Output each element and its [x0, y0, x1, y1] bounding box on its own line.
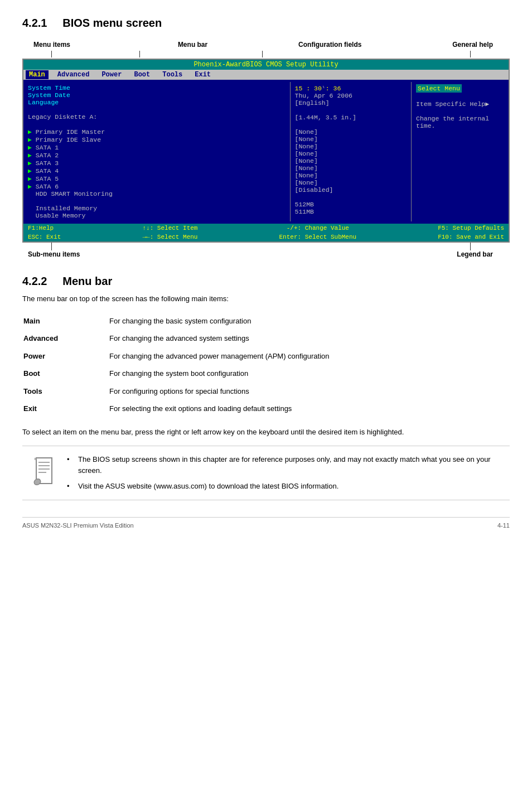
- bios-val-sata1: [None]: [295, 143, 407, 150]
- bios-menu-exit[interactable]: Exit: [191, 70, 214, 79]
- bios-val-sata2: [None]: [295, 150, 407, 157]
- bios-item-system-date: System Date: [28, 91, 286, 99]
- bios-item-primary-master: ▶ Primary IDE Master: [28, 128, 286, 136]
- menu-desc-tools: For configuring options for special func…: [100, 383, 510, 400]
- bios-val-pri-master: [None]: [295, 128, 407, 136]
- label-menu-items: Menu items: [33, 41, 70, 49]
- label-menu-bar: Menu bar: [178, 41, 207, 49]
- section-421: 4.2.1 BIOS menu screen Menu items Menu b…: [22, 17, 510, 258]
- bios-item-sata6: ▶ SATA 6: [28, 182, 286, 190]
- bios-help-item-specific: Item Specific Help▶: [416, 100, 504, 108]
- note-text-2: Visit the ASUS website (www.asus.com) to…: [78, 481, 338, 492]
- bios-help-select-menu: Select Menu: [416, 84, 462, 93]
- bios-menu-main[interactable]: Main: [26, 70, 49, 79]
- bios-legend: F1:Help ↑↓: Select Item -/+: Change Valu…: [23, 224, 509, 233]
- bullet-dot-2: •: [67, 481, 75, 492]
- bios-val-date: Thu, Apr 6 2006: [295, 92, 407, 99]
- note-text-1: The BIOS setup screens shown in this cha…: [78, 454, 502, 476]
- bios-screen: Phoenix-AwardBIOS CMOS Setup Utility Mai…: [22, 59, 510, 243]
- bios-item-sata3: ▶ SATA 3: [28, 159, 286, 167]
- legend-change-value: -/+: Change Value: [287, 225, 349, 231]
- legend-f10: F10: Save and Exit: [438, 234, 504, 240]
- bios-menu-power[interactable]: Power: [98, 70, 125, 79]
- legend-f1: F1:Help: [28, 225, 54, 231]
- bios-menu-bar: Main Advanced Power Boot Tools Exit: [23, 70, 509, 80]
- bios-val-installed-mem: 512MB: [295, 201, 407, 208]
- legend-enter: Enter: Select SubMenu: [279, 234, 357, 240]
- bios-center-column: 15 : 30ˡ: 36 Thu, Apr 6 2006 [English] […: [291, 82, 412, 221]
- section-422: 4.2.2 Menu bar The menu bar on top of th…: [22, 275, 510, 500]
- bios-diagram: Menu items Menu bar Configuration fields…: [22, 41, 510, 258]
- table-row: Tools For configuring options for specia…: [22, 383, 510, 400]
- bios-val-sata4: [None]: [295, 165, 407, 172]
- menu-desc-power: For changing the advanced power manageme…: [100, 347, 510, 365]
- bios-item-hdd-smart: HDD SMART Monitoring: [28, 190, 286, 197]
- bios-val-time: 15 : 30ˡ: 36: [295, 84, 407, 92]
- section-421-number: 4.2.1: [22, 17, 47, 29]
- menu-name-tools: Tools: [22, 383, 100, 400]
- menu-desc-exit: For selecting the exit options and loadi…: [100, 400, 510, 418]
- section-422-outro: To select an item on the menu bar, press…: [22, 427, 510, 438]
- note-content: • The BIOS setup screens shown in this c…: [67, 454, 502, 492]
- bios-item-sata5: ▶ SATA 5: [28, 175, 286, 182]
- menu-name-advanced: Advanced: [22, 330, 100, 347]
- legend-select-item: ↑↓: Select Item: [142, 225, 197, 231]
- bios-content-area: System Time System Date Language Legacy …: [23, 80, 509, 224]
- bios-item-legacy: Legacy Diskette A:: [28, 113, 286, 120]
- bios-help-time: time.: [416, 122, 504, 129]
- section-422-heading: Menu bar: [62, 275, 112, 287]
- section-422-intro: The menu bar on top of the screen has th…: [22, 293, 510, 305]
- section-422-number: 4.2.2: [22, 275, 47, 287]
- menu-name-main: Main: [22, 312, 100, 330]
- bios-val-sata5: [None]: [295, 172, 407, 179]
- label-sub-menu-items: Sub-menu items: [28, 250, 80, 258]
- section-421-heading: BIOS menu screen: [62, 17, 162, 29]
- bios-menu-advanced[interactable]: Advanced: [54, 70, 93, 79]
- table-row: Exit For selecting the exit options and …: [22, 400, 510, 418]
- footer-right: 4-11: [497, 522, 510, 529]
- table-row: Main For changing the basic system confi…: [22, 312, 510, 330]
- bios-val-lang: [English]: [295, 99, 407, 107]
- bios-val-sata6: [None]: [295, 179, 407, 186]
- table-row: Boot For changing the system boot config…: [22, 365, 510, 383]
- bios-item-language: Language: [28, 99, 286, 106]
- bios-item-installed-mem: Installed Memory: [28, 205, 286, 212]
- menu-name-exit: Exit: [22, 400, 100, 418]
- bios-menu-boot[interactable]: Boot: [130, 70, 153, 79]
- bios-right-column: Select Menu Item Specific Help▶ Change t…: [412, 82, 509, 221]
- bios-item-sata4: ▶ SATA 4: [28, 167, 286, 175]
- bios-item-primary-slave: ▶ Primary IDE Slave: [28, 136, 286, 143]
- legend-f5: F5: Setup Defaults: [438, 225, 504, 231]
- bios-help-change-internal: Change the internal: [416, 115, 504, 122]
- table-row: Advanced For changing the advanced syste…: [22, 330, 510, 347]
- label-config-fields: Configuration fields: [298, 41, 361, 49]
- label-legend-bar: Legend bar: [457, 250, 493, 258]
- note-bullet-1: • The BIOS setup screens shown in this c…: [67, 454, 502, 476]
- label-general-help: General help: [452, 41, 493, 49]
- bullet-dot-1: •: [67, 454, 75, 476]
- bios-item-sata2: ▶ SATA 2: [28, 151, 286, 159]
- footer: ASUS M2N32-SLI Premium Vista Edition 4-1…: [22, 517, 510, 529]
- bios-item-usable-mem: Usable Memory: [28, 212, 286, 219]
- note-box: • The BIOS setup screens shown in this c…: [22, 446, 510, 500]
- bios-val-sata3: [None]: [295, 157, 407, 165]
- bios-legend-2: ESC: Exit →←: Select Menu Enter: Select …: [23, 233, 509, 241]
- bios-menu-tools[interactable]: Tools: [159, 70, 186, 79]
- svg-point-0: [33, 477, 41, 485]
- menu-desc-main: For changing the basic system configurat…: [100, 312, 510, 330]
- menu-desc-boot: For changing the system boot configurati…: [100, 365, 510, 383]
- bios-val-pri-slave: [None]: [295, 136, 407, 143]
- section-421-title: 4.2.1 BIOS menu screen: [22, 17, 510, 30]
- legend-esc: ESC: Exit: [28, 234, 61, 240]
- bios-val-hdd-smart: [Disabled]: [295, 186, 407, 194]
- legend-select-menu: →←: Select Menu: [142, 234, 197, 240]
- note-icon: [30, 454, 58, 487]
- menu-name-boot: Boot: [22, 365, 100, 383]
- bios-val-legacy: [1.44M, 3.5 in.]: [295, 114, 407, 121]
- bios-item-system-time: System Time: [28, 84, 286, 91]
- bios-left-column: System Time System Date Language Legacy …: [23, 82, 291, 221]
- menu-desc-advanced: For changing the advanced system setting…: [100, 330, 510, 347]
- menu-bar-table: Main For changing the basic system confi…: [22, 312, 510, 418]
- bios-title-bar: Phoenix-AwardBIOS CMOS Setup Utility: [23, 60, 509, 70]
- bios-val-usable-mem: 511MB: [295, 208, 407, 215]
